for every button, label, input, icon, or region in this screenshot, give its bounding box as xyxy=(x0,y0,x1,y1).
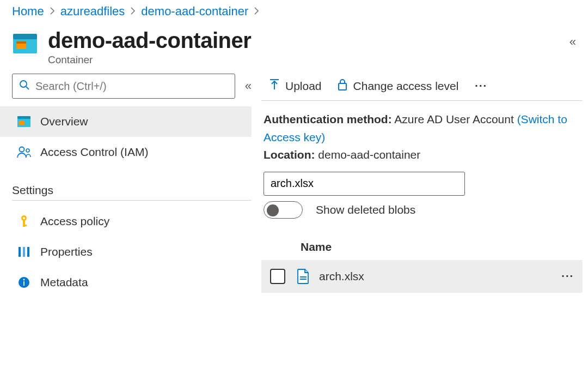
people-icon xyxy=(16,146,32,158)
upload-icon xyxy=(269,79,280,93)
table-row[interactable]: arch.xlsx ··· xyxy=(261,260,583,293)
svg-rect-7 xyxy=(17,116,30,119)
upload-button[interactable]: Upload xyxy=(269,79,322,93)
sidebar-item-label: Overview xyxy=(40,115,88,128)
container-icon xyxy=(12,33,38,55)
upload-label: Upload xyxy=(285,80,322,93)
svg-rect-15 xyxy=(19,247,21,257)
search-input[interactable] xyxy=(35,80,228,93)
sidebar-item-access-policy[interactable]: Access policy xyxy=(12,206,252,237)
change-access-label: Change access level xyxy=(353,80,459,93)
show-deleted-toggle[interactable] xyxy=(264,201,303,219)
more-commands-button[interactable]: ··· xyxy=(475,80,487,92)
svg-point-20 xyxy=(23,279,25,281)
key-icon xyxy=(16,215,32,228)
svg-point-12 xyxy=(23,217,25,219)
svg-line-5 xyxy=(26,87,29,89)
collapse-sidebar-button[interactable]: « xyxy=(245,79,252,93)
auth-method-value: Azure AD User Account xyxy=(394,113,513,125)
page-title: demo-aad-container xyxy=(48,28,251,53)
sidebar-search[interactable] xyxy=(12,74,235,99)
svg-rect-19 xyxy=(23,281,24,286)
svg-point-9 xyxy=(20,147,24,152)
search-icon xyxy=(19,80,30,93)
sidebar-item-metadata[interactable]: Metadata xyxy=(12,267,252,298)
location-value: demo-aad-container xyxy=(318,148,420,161)
svg-rect-1 xyxy=(13,34,37,39)
sidebar-item-label: Access policy xyxy=(40,215,109,228)
chevron-right-icon xyxy=(50,4,55,19)
breadcrumb-storage[interactable]: azureadfiles xyxy=(60,4,125,19)
sidebar-item-overview[interactable]: Overview xyxy=(0,106,252,137)
row-more-button[interactable]: ··· xyxy=(561,270,574,282)
svg-rect-25 xyxy=(300,279,307,280)
sidebar-item-label: Metadata xyxy=(40,276,88,289)
location-label: Location: xyxy=(264,148,315,161)
toggle-knob xyxy=(267,204,279,216)
collapse-panel-button[interactable]: « xyxy=(569,35,576,49)
sidebar-item-properties[interactable]: Properties xyxy=(12,237,252,267)
change-access-level-button[interactable]: Change access level xyxy=(337,78,459,94)
row-checkbox[interactable] xyxy=(270,269,285,284)
svg-rect-16 xyxy=(23,247,25,257)
sidebar-item-label: Access Control (IAM) xyxy=(40,146,148,159)
container-icon xyxy=(16,116,32,127)
file-name: arch.xlsx xyxy=(319,270,364,283)
info-icon xyxy=(16,276,32,288)
sidebar-item-label: Properties xyxy=(40,245,93,258)
svg-rect-17 xyxy=(27,247,29,257)
show-deleted-label: Show deleted blobs xyxy=(316,203,415,216)
breadcrumb-home[interactable]: Home xyxy=(12,4,44,19)
breadcrumb-container[interactable]: demo-aad-container xyxy=(141,4,248,19)
sidebar-item-access-control[interactable]: Access Control (IAM) xyxy=(12,137,252,167)
lock-icon xyxy=(337,78,348,94)
breadcrumb: Home azureadfiles demo-aad-container xyxy=(0,0,588,21)
chevron-right-icon xyxy=(254,4,259,19)
auth-method-label: Authentication method: xyxy=(264,113,392,125)
table-header: Name xyxy=(261,234,583,260)
command-bar: Upload Change access level ··· xyxy=(261,71,583,101)
divider xyxy=(12,200,252,201)
svg-rect-3 xyxy=(16,41,26,44)
svg-rect-14 xyxy=(23,225,27,226)
svg-point-4 xyxy=(20,81,27,87)
blob-filter-input[interactable] xyxy=(264,172,465,196)
settings-section-label: Settings xyxy=(12,184,252,197)
file-icon xyxy=(297,269,309,284)
resource-type: Container xyxy=(48,54,251,66)
page-header: demo-aad-container Container « xyxy=(0,21,588,71)
svg-rect-24 xyxy=(300,276,307,277)
svg-point-10 xyxy=(26,149,29,152)
chevron-right-icon xyxy=(130,4,136,19)
svg-rect-8 xyxy=(19,120,24,125)
properties-icon xyxy=(16,246,32,258)
column-name[interactable]: Name xyxy=(301,240,332,254)
svg-rect-23 xyxy=(339,83,346,90)
auth-info: Authentication method: Azure AD User Acc… xyxy=(261,111,583,164)
